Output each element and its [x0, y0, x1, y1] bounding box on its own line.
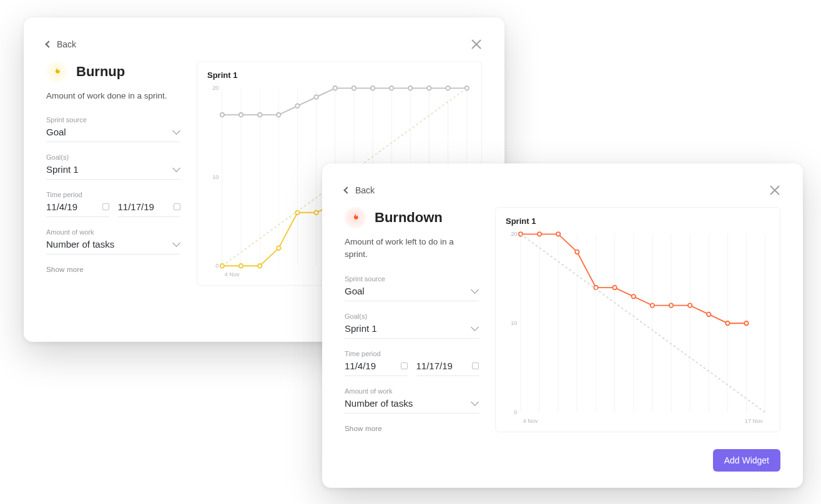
burnup-sidebar: Burnup Amount of work done in a sprint. …	[46, 61, 180, 286]
sprint-source-field[interactable]: Sprint source Goal	[345, 275, 479, 301]
amount-of-work-field[interactable]: Amount of work Number of tasks	[46, 228, 180, 254]
date-start-field[interactable]: 11/4/19	[345, 361, 408, 376]
date-end-field[interactable]: 11/17/19	[416, 361, 479, 376]
svg-point-66	[612, 286, 616, 290]
svg-point-63	[556, 232, 560, 236]
svg-point-34	[258, 264, 262, 268]
back-label: Back	[57, 39, 76, 49]
back-label: Back	[355, 185, 375, 195]
svg-point-20	[258, 113, 262, 117]
calendar-icon	[102, 203, 109, 210]
chevron-down-icon	[172, 127, 180, 135]
svg-point-62	[538, 232, 541, 236]
burnup-description: Amount of work done in a sprint.	[46, 90, 180, 102]
calendar-icon	[401, 362, 408, 369]
amount-of-work-field[interactable]: Amount of work Number of tasks	[345, 387, 479, 414]
svg-point-18	[220, 113, 224, 117]
chevron-down-icon	[471, 286, 479, 294]
chevron-down-icon	[471, 398, 479, 406]
svg-text:10: 10	[212, 174, 219, 180]
date-start-field[interactable]: 11/4/19	[46, 201, 109, 217]
burndown-description: Amount of work left to do in a sprint.	[345, 236, 479, 261]
svg-point-69	[669, 303, 673, 308]
svg-text:20: 20	[511, 231, 517, 237]
back-button[interactable]: Back	[46, 39, 76, 49]
svg-point-26	[371, 86, 375, 90]
svg-point-30	[446, 86, 450, 90]
show-more-link[interactable]: Show more	[46, 266, 180, 273]
goals-field[interactable]: Goal(s) Sprint 1	[46, 153, 180, 180]
svg-text:0: 0	[514, 409, 517, 415]
close-icon[interactable]	[471, 39, 482, 50]
svg-point-21	[277, 113, 280, 117]
burndown-sidebar: Burndown Amount of work left to do in a …	[345, 207, 479, 432]
svg-point-19	[239, 113, 243, 117]
burndown-title: Burndown	[375, 210, 443, 226]
burndown-card: Back Burndown Amount of work left to do …	[322, 163, 803, 488]
close-icon[interactable]	[769, 185, 780, 196]
burnup-title: Burnup	[76, 64, 125, 80]
svg-point-22	[295, 104, 299, 109]
svg-point-68	[651, 303, 654, 308]
svg-point-33	[239, 264, 243, 268]
flame-icon	[345, 207, 366, 228]
svg-point-35	[277, 246, 280, 251]
chevron-down-icon	[172, 239, 180, 247]
date-end-field[interactable]: 11/17/19	[118, 201, 181, 217]
calendar-icon	[472, 362, 479, 369]
svg-point-23	[314, 95, 318, 99]
goals-field[interactable]: Goal(s) Sprint 1	[345, 313, 479, 339]
svg-point-70	[688, 303, 692, 308]
svg-text:10: 10	[511, 320, 517, 326]
svg-point-27	[390, 86, 393, 90]
calendar-icon	[174, 203, 180, 210]
svg-point-72	[725, 321, 729, 326]
add-widget-button[interactable]: Add Widget	[713, 449, 780, 472]
svg-point-37	[314, 211, 318, 215]
svg-point-28	[408, 86, 412, 90]
chevron-left-icon	[45, 41, 52, 47]
svg-text:20: 20	[212, 85, 219, 91]
chevron-down-icon	[471, 323, 479, 331]
svg-point-71	[707, 313, 710, 317]
burndown-chart: Sprint 1 010204 Nov17 Nov	[495, 207, 780, 432]
sprint-source-field[interactable]: Sprint source Goal	[46, 116, 180, 142]
chevron-down-icon	[172, 164, 180, 172]
svg-point-73	[744, 321, 748, 326]
svg-text:0: 0	[215, 263, 219, 269]
chevron-left-icon	[343, 187, 350, 193]
svg-point-29	[427, 86, 431, 90]
svg-text:17 Nov: 17 Nov	[745, 418, 763, 424]
svg-point-67	[631, 294, 635, 299]
svg-point-24	[333, 86, 337, 90]
flame-icon	[46, 61, 67, 82]
svg-point-64	[575, 250, 579, 254]
svg-point-25	[352, 86, 356, 90]
back-button[interactable]: Back	[345, 185, 375, 195]
show-more-link[interactable]: Show more	[345, 425, 479, 432]
svg-text:4 Nov: 4 Nov	[225, 271, 240, 278]
svg-text:4 Nov: 4 Nov	[523, 418, 538, 424]
